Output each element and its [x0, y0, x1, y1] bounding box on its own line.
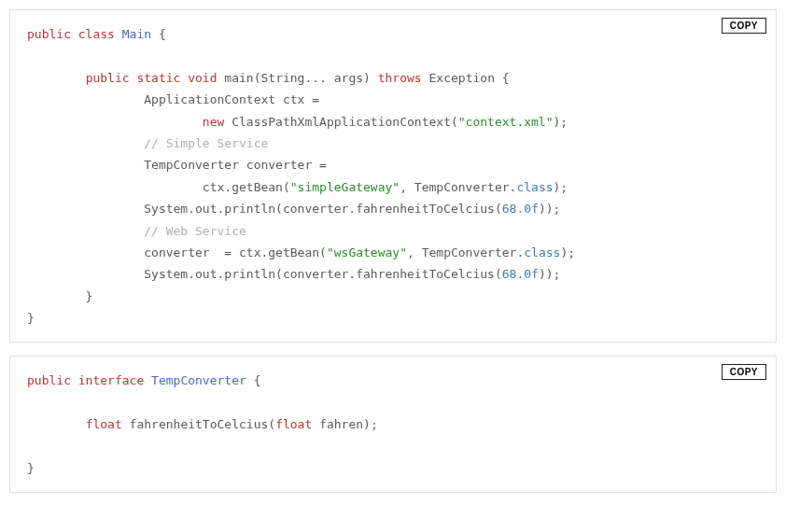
- code-token: "wsGateway": [327, 245, 407, 259]
- code-token: [115, 27, 122, 41]
- code-token: // Simple Service: [144, 136, 268, 150]
- code-token: Exception {: [422, 71, 510, 85]
- code-token: TempConverter converter =: [27, 158, 327, 172]
- code-token: }: [27, 311, 35, 325]
- code-token: static: [136, 71, 180, 85]
- code-token: [71, 373, 78, 387]
- code-token: [27, 417, 86, 431]
- code-token: public: [27, 373, 71, 387]
- code-token: TempConverter: [151, 373, 246, 387]
- code-token: class: [516, 180, 553, 194]
- code-token: );: [560, 245, 575, 259]
- code-token: public: [86, 71, 130, 85]
- code-token: [144, 373, 151, 387]
- code-token: interface: [78, 373, 144, 387]
- code-token: public: [27, 27, 71, 41]
- code-token: class: [524, 245, 560, 259]
- code-token: void: [188, 71, 217, 85]
- code-token: {: [246, 373, 261, 387]
- code-token: "context.xml": [458, 115, 554, 129]
- code-token: [27, 224, 144, 238]
- code-token: fahrenheitToCelcius(: [122, 417, 275, 431]
- code-token: ));: [539, 202, 560, 216]
- code-token: , TempConverter.: [407, 245, 524, 259]
- code-token: [27, 115, 203, 129]
- code-token: Main: [122, 27, 151, 41]
- code-token: }: [27, 461, 35, 475]
- code-token: );: [554, 115, 568, 129]
- code-token: );: [554, 180, 568, 194]
- code-token: main(String... args): [218, 71, 378, 85]
- copy-button[interactable]: COPY: [722, 364, 766, 380]
- code-token: new: [203, 115, 224, 129]
- code-token: System.out.println(converter.fahrenheitT…: [27, 267, 502, 281]
- code-token: System.out.println(converter.fahrenheitT…: [27, 202, 502, 216]
- code-token: [71, 27, 78, 41]
- code-token: ctx.getBean(: [27, 180, 290, 194]
- code-token: converter = ctx.getBean(: [27, 245, 327, 259]
- code-token: ));: [539, 267, 560, 281]
- code-token: ApplicationContext ctx =: [27, 92, 319, 106]
- code-token: [27, 136, 144, 150]
- code-token: [27, 71, 86, 85]
- code-token: float: [86, 417, 122, 431]
- code-token: // Web Service: [144, 224, 246, 238]
- code-pre: public interface TempConverter { float f…: [27, 370, 759, 479]
- code-token: "simpleGateway": [290, 180, 400, 194]
- code-token: class: [78, 27, 115, 41]
- code-token: ClassPathXmlApplicationContext(: [224, 115, 457, 129]
- code-pre: public class Main { public static void m…: [27, 23, 759, 329]
- code-token: fahren);: [312, 417, 377, 431]
- code-block: COPYpublic interface TempConverter { flo…: [9, 356, 777, 493]
- code-token: {: [151, 27, 166, 41]
- code-token: float: [275, 417, 312, 431]
- code-token: }: [27, 289, 92, 303]
- code-token: 68.0f: [502, 202, 539, 216]
- code-token: 68.0f: [502, 267, 539, 281]
- copy-button[interactable]: COPY: [722, 18, 766, 34]
- code-token: throws: [378, 71, 422, 85]
- code-token: , TempConverter.: [400, 180, 516, 194]
- code-block: COPYpublic class Main { public static vo…: [9, 9, 777, 343]
